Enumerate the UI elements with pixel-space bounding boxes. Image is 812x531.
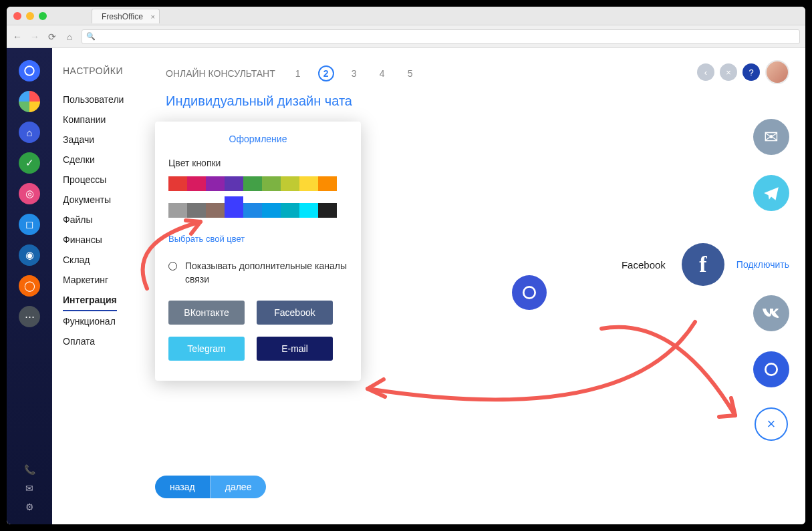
color-section-label: Цвет кнопки xyxy=(168,158,348,168)
gear-icon[interactable]: ⚙ xyxy=(24,502,35,512)
custom-color-link[interactable]: Выбрать свой цвет xyxy=(168,234,245,244)
close-icon[interactable]: × xyxy=(150,13,154,21)
rail-donut-icon[interactable] xyxy=(19,91,40,112)
nav-close-icon[interactable]: × xyxy=(720,63,737,81)
rail-select-icon[interactable]: ◻ xyxy=(19,214,40,235)
channel-telegram-button[interactable]: Telegram xyxy=(168,337,245,361)
channel-vk-icon[interactable] xyxy=(753,295,789,331)
rail-ring-icon[interactable]: ◯ xyxy=(19,275,40,297)
page-title: Индивидуальный дизайн чата xyxy=(166,94,805,109)
mail-icon[interactable]: ✉ xyxy=(24,483,35,494)
channel-mail-icon[interactable]: ✉ xyxy=(753,119,789,155)
checkbox-label: Показывать дополнительные каналы связи xyxy=(185,260,348,286)
color-swatch[interactable] xyxy=(281,203,299,218)
window-title-bar: FreshOffice × xyxy=(7,7,805,25)
color-swatch[interactable] xyxy=(206,203,225,218)
color-swatch[interactable] xyxy=(187,203,206,218)
step-4[interactable]: 4 xyxy=(374,65,390,81)
sidebar-item-11[interactable]: Функционал xyxy=(63,311,154,331)
facebook-label: Facebook xyxy=(622,259,666,271)
channel-facebook-icon[interactable]: f xyxy=(682,243,724,286)
color-swatch[interactable] xyxy=(318,176,337,191)
svg-point-2 xyxy=(765,363,777,375)
sidebar-item-2[interactable]: Задачи xyxy=(63,130,154,150)
rail-more-icon[interactable]: ⋯ xyxy=(19,306,40,327)
color-swatch[interactable] xyxy=(262,176,281,191)
main-panel: ОНЛАЙН КОНСУЛЬТАНТ 12345 Индивидуальный … xyxy=(154,48,805,524)
color-swatch[interactable] xyxy=(318,203,337,218)
color-swatch[interactable] xyxy=(262,203,281,218)
connect-link[interactable]: Подключить xyxy=(736,259,789,270)
color-swatch[interactable] xyxy=(243,203,262,218)
color-swatch[interactable] xyxy=(225,196,243,218)
app-rail: ⌂ ✓ ◎ ◻ ◉ ◯ ⋯ 📞 ✉ ⚙ xyxy=(7,48,52,524)
next-button[interactable]: далее xyxy=(211,476,267,498)
sidebar-item-8[interactable]: Склад xyxy=(63,250,154,270)
sidebar-item-5[interactable]: Документы xyxy=(63,190,154,210)
channel-vk-button[interactable]: ВКонтакте xyxy=(168,301,245,325)
reload-icon[interactable]: ⟳ xyxy=(47,31,57,42)
color-swatch[interactable] xyxy=(299,176,318,191)
sidebar-item-12[interactable]: Оплата xyxy=(63,331,154,351)
annotation-arrow-2 xyxy=(348,315,708,449)
annotation-arrow-3 xyxy=(595,309,755,442)
traffic-light-minimize[interactable] xyxy=(26,12,34,20)
browser-nav-bar: ← → ⟳ ⌂ 🔍 xyxy=(7,25,805,48)
rail-fish-icon[interactable]: ◉ xyxy=(19,244,40,266)
traffic-light-zoom[interactable] xyxy=(39,12,47,20)
channel-chat-icon[interactable] xyxy=(753,351,789,387)
breadcrumb-label: ОНЛАЙН КОНСУЛЬТАНТ xyxy=(166,68,275,79)
back-icon[interactable]: ← xyxy=(12,31,23,42)
step-3[interactable]: 3 xyxy=(346,65,362,81)
chat-bubble-preview xyxy=(512,275,547,310)
step-2[interactable]: 2 xyxy=(318,65,334,81)
design-popover: Оформление Цвет кнопки Выбрать свой цвет… xyxy=(155,122,361,381)
sidebar-item-9[interactable]: Маркетинг xyxy=(63,270,154,290)
sidebar-item-1[interactable]: Компании xyxy=(63,110,154,130)
address-bar[interactable]: 🔍 xyxy=(82,29,800,44)
color-swatch[interactable] xyxy=(225,176,243,191)
sidebar-item-0[interactable]: Пользователи xyxy=(63,90,154,110)
color-row-2 xyxy=(168,196,348,218)
sidebar-item-4[interactable]: Процессы xyxy=(63,170,154,190)
channel-telegram-icon[interactable] xyxy=(753,175,789,211)
avatar[interactable] xyxy=(765,60,789,84)
rail-check-icon[interactable]: ✓ xyxy=(19,152,40,174)
color-row-1 xyxy=(168,176,348,191)
step-5[interactable]: 5 xyxy=(402,65,418,81)
settings-sidebar: НАСТРОЙКИ ПользователиКомпанииЗадачиСдел… xyxy=(52,48,154,524)
forward-icon[interactable]: → xyxy=(29,31,40,42)
help-icon[interactable]: ? xyxy=(742,63,760,81)
sidebar-item-6[interactable]: Файлы xyxy=(63,210,154,230)
sidebar-item-7[interactable]: Финансы xyxy=(63,230,154,250)
back-button[interactable]: назад xyxy=(155,476,211,498)
search-icon: 🔍 xyxy=(86,32,96,41)
color-swatch[interactable] xyxy=(206,176,225,191)
rail-chat-icon[interactable] xyxy=(19,60,40,81)
rail-target-icon[interactable]: ◎ xyxy=(19,183,40,204)
color-swatch[interactable] xyxy=(187,176,206,191)
channel-facebook-button[interactable]: Facebook xyxy=(257,301,333,325)
phone-icon[interactable]: 📞 xyxy=(24,464,35,475)
show-channels-checkbox[interactable]: Показывать дополнительные каналы связи xyxy=(168,260,348,286)
channel-email-button[interactable]: E-mail xyxy=(257,337,333,361)
tab-title: FreshOffice xyxy=(102,12,143,21)
channel-close-icon[interactable]: × xyxy=(755,407,788,441)
rail-home-icon[interactable]: ⌂ xyxy=(19,122,40,143)
svg-point-0 xyxy=(25,66,34,75)
sidebar-item-10[interactable]: Интеграция xyxy=(63,290,117,311)
svg-point-1 xyxy=(523,287,535,298)
color-swatch[interactable] xyxy=(168,203,187,218)
browser-tab[interactable]: FreshOffice × xyxy=(92,9,160,23)
color-swatch[interactable] xyxy=(281,176,299,191)
color-swatch[interactable] xyxy=(168,176,187,191)
color-swatch[interactable] xyxy=(299,203,318,218)
traffic-light-close[interactable] xyxy=(13,12,21,20)
popover-tab[interactable]: Оформление xyxy=(168,134,348,144)
home-icon[interactable]: ⌂ xyxy=(64,31,75,42)
nav-back-icon[interactable]: ‹ xyxy=(697,63,714,81)
step-1[interactable]: 1 xyxy=(290,65,306,81)
checkbox-icon xyxy=(168,262,177,271)
sidebar-item-3[interactable]: Сделки xyxy=(63,150,154,170)
color-swatch[interactable] xyxy=(243,176,262,191)
